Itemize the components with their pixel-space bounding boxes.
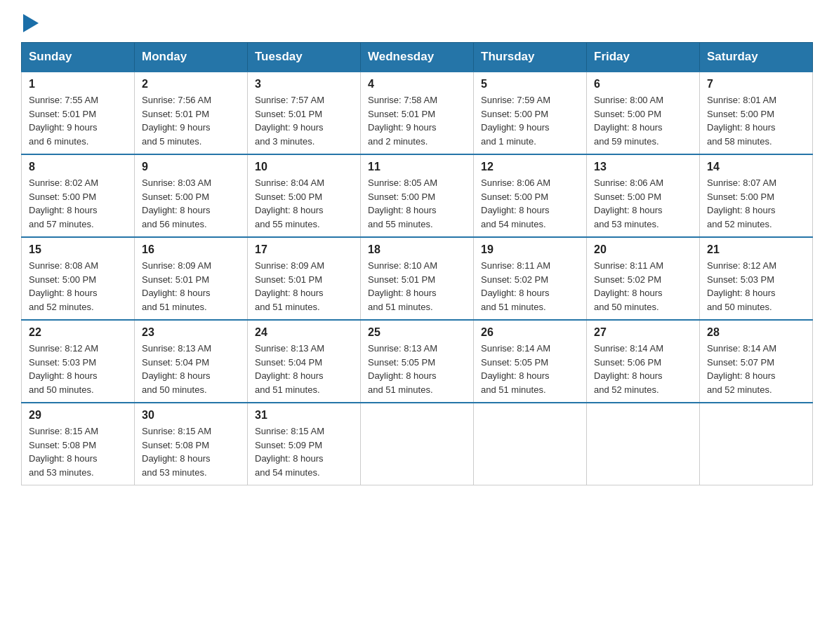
day-number: 28	[707, 326, 805, 339]
day-info: Sunrise: 7:55 AM Sunset: 5:01 PM Dayligh…	[29, 93, 127, 148]
calendar-cell: 22Sunrise: 8:12 AM Sunset: 5:03 PM Dayli…	[22, 320, 135, 403]
day-info: Sunrise: 8:00 AM Sunset: 5:00 PM Dayligh…	[594, 93, 692, 148]
day-info: Sunrise: 8:03 AM Sunset: 5:00 PM Dayligh…	[142, 176, 240, 231]
calendar-cell: 1Sunrise: 7:55 AM Sunset: 5:01 PM Daylig…	[22, 72, 135, 154]
day-info: Sunrise: 8:14 AM Sunset: 5:06 PM Dayligh…	[594, 342, 692, 396]
day-number: 11	[368, 161, 466, 173]
day-number: 7	[707, 78, 805, 90]
calendar-cell: 13Sunrise: 8:06 AM Sunset: 5:00 PM Dayli…	[587, 154, 700, 237]
day-header-wednesday: Wednesday	[361, 43, 474, 72]
day-number: 4	[368, 78, 466, 90]
day-number: 26	[481, 326, 579, 339]
calendar-cell: 10Sunrise: 8:04 AM Sunset: 5:00 PM Dayli…	[248, 154, 361, 237]
day-number: 13	[594, 161, 692, 173]
day-info: Sunrise: 8:15 AM Sunset: 5:08 PM Dayligh…	[29, 424, 127, 479]
calendar-cell: 4Sunrise: 7:58 AM Sunset: 5:01 PM Daylig…	[361, 72, 474, 154]
day-number: 5	[481, 78, 579, 90]
day-info: Sunrise: 8:15 AM Sunset: 5:08 PM Dayligh…	[142, 424, 240, 479]
logo-arrow-icon	[23, 14, 39, 32]
day-info: Sunrise: 8:09 AM Sunset: 5:01 PM Dayligh…	[142, 259, 240, 314]
day-header-friday: Friday	[587, 43, 700, 72]
day-info: Sunrise: 8:07 AM Sunset: 5:00 PM Dayligh…	[707, 176, 805, 231]
calendar-cell	[361, 403, 474, 485]
calendar-cell: 8Sunrise: 8:02 AM Sunset: 5:00 PM Daylig…	[22, 154, 135, 237]
day-number: 14	[707, 161, 805, 173]
day-number: 8	[29, 161, 127, 173]
day-number: 24	[255, 326, 353, 339]
day-info: Sunrise: 8:04 AM Sunset: 5:00 PM Dayligh…	[255, 176, 353, 231]
day-number: 23	[142, 326, 240, 339]
calendar-cell: 19Sunrise: 8:11 AM Sunset: 5:02 PM Dayli…	[474, 237, 587, 320]
calendar-header: SundayMondayTuesdayWednesdayThursdayFrid…	[22, 43, 813, 72]
day-info: Sunrise: 8:11 AM Sunset: 5:02 PM Dayligh…	[481, 259, 579, 314]
day-number: 30	[142, 409, 240, 422]
day-info: Sunrise: 8:06 AM Sunset: 5:00 PM Dayligh…	[594, 176, 692, 231]
day-info: Sunrise: 8:02 AM Sunset: 5:00 PM Dayligh…	[29, 176, 127, 231]
day-header-monday: Monday	[135, 43, 248, 72]
day-header-thursday: Thursday	[474, 43, 587, 72]
calendar-cell: 18Sunrise: 8:10 AM Sunset: 5:01 PM Dayli…	[361, 237, 474, 320]
day-number: 10	[255, 161, 353, 173]
header-row: SundayMondayTuesdayWednesdayThursdayFrid…	[22, 43, 813, 72]
day-number: 21	[707, 243, 805, 256]
calendar-cell: 31Sunrise: 8:15 AM Sunset: 5:09 PM Dayli…	[248, 403, 361, 485]
day-number: 31	[255, 409, 353, 422]
day-info: Sunrise: 7:59 AM Sunset: 5:00 PM Dayligh…	[481, 93, 579, 148]
calendar-cell: 20Sunrise: 8:11 AM Sunset: 5:02 PM Dayli…	[587, 237, 700, 320]
day-header-tuesday: Tuesday	[248, 43, 361, 72]
calendar-cell: 27Sunrise: 8:14 AM Sunset: 5:06 PM Dayli…	[587, 320, 700, 403]
day-info: Sunrise: 8:11 AM Sunset: 5:02 PM Dayligh…	[594, 259, 692, 314]
calendar-cell: 16Sunrise: 8:09 AM Sunset: 5:01 PM Dayli…	[135, 237, 248, 320]
calendar-cell: 11Sunrise: 8:05 AM Sunset: 5:00 PM Dayli…	[361, 154, 474, 237]
calendar-cell	[700, 403, 813, 485]
day-number: 19	[481, 243, 579, 256]
calendar-table: SundayMondayTuesdayWednesdayThursdayFrid…	[21, 42, 813, 485]
calendar-cell: 29Sunrise: 8:15 AM Sunset: 5:08 PM Dayli…	[22, 403, 135, 485]
day-info: Sunrise: 8:12 AM Sunset: 5:03 PM Dayligh…	[29, 342, 127, 396]
calendar-cell: 6Sunrise: 8:00 AM Sunset: 5:00 PM Daylig…	[587, 72, 700, 154]
day-number: 25	[368, 326, 466, 339]
day-number: 18	[368, 243, 466, 256]
calendar-cell: 5Sunrise: 7:59 AM Sunset: 5:00 PM Daylig…	[474, 72, 587, 154]
day-info: Sunrise: 7:56 AM Sunset: 5:01 PM Dayligh…	[142, 93, 240, 148]
calendar-cell: 2Sunrise: 7:56 AM Sunset: 5:01 PM Daylig…	[135, 72, 248, 154]
day-number: 17	[255, 243, 353, 256]
day-info: Sunrise: 8:09 AM Sunset: 5:01 PM Dayligh…	[255, 259, 353, 314]
page-header	[21, 14, 813, 28]
calendar-cell	[587, 403, 700, 485]
day-header-saturday: Saturday	[700, 43, 813, 72]
day-info: Sunrise: 8:10 AM Sunset: 5:01 PM Dayligh…	[368, 259, 466, 314]
logo	[21, 14, 39, 28]
week-row-4: 22Sunrise: 8:12 AM Sunset: 5:03 PM Dayli…	[22, 320, 813, 403]
calendar-cell: 7Sunrise: 8:01 AM Sunset: 5:00 PM Daylig…	[700, 72, 813, 154]
calendar-cell: 26Sunrise: 8:14 AM Sunset: 5:05 PM Dayli…	[474, 320, 587, 403]
calendar-cell: 9Sunrise: 8:03 AM Sunset: 5:00 PM Daylig…	[135, 154, 248, 237]
day-number: 1	[29, 78, 127, 90]
calendar-cell: 23Sunrise: 8:13 AM Sunset: 5:04 PM Dayli…	[135, 320, 248, 403]
day-number: 6	[594, 78, 692, 90]
svg-marker-0	[23, 14, 39, 32]
week-row-3: 15Sunrise: 8:08 AM Sunset: 5:00 PM Dayli…	[22, 237, 813, 320]
day-number: 9	[142, 161, 240, 173]
calendar-cell	[474, 403, 587, 485]
week-row-5: 29Sunrise: 8:15 AM Sunset: 5:08 PM Dayli…	[22, 403, 813, 485]
day-number: 12	[481, 161, 579, 173]
day-number: 3	[255, 78, 353, 90]
calendar-body: 1Sunrise: 7:55 AM Sunset: 5:01 PM Daylig…	[22, 72, 813, 485]
calendar-cell: 25Sunrise: 8:13 AM Sunset: 5:05 PM Dayli…	[361, 320, 474, 403]
day-number: 15	[29, 243, 127, 256]
day-info: Sunrise: 8:12 AM Sunset: 5:03 PM Dayligh…	[707, 259, 805, 314]
week-row-1: 1Sunrise: 7:55 AM Sunset: 5:01 PM Daylig…	[22, 72, 813, 154]
calendar-cell: 24Sunrise: 8:13 AM Sunset: 5:04 PM Dayli…	[248, 320, 361, 403]
day-number: 20	[594, 243, 692, 256]
day-info: Sunrise: 7:58 AM Sunset: 5:01 PM Dayligh…	[368, 93, 466, 148]
day-info: Sunrise: 7:57 AM Sunset: 5:01 PM Dayligh…	[255, 93, 353, 148]
calendar-cell: 3Sunrise: 7:57 AM Sunset: 5:01 PM Daylig…	[248, 72, 361, 154]
day-number: 27	[594, 326, 692, 339]
day-info: Sunrise: 8:13 AM Sunset: 5:04 PM Dayligh…	[142, 342, 240, 396]
day-info: Sunrise: 8:01 AM Sunset: 5:00 PM Dayligh…	[707, 93, 805, 148]
day-number: 2	[142, 78, 240, 90]
day-info: Sunrise: 8:15 AM Sunset: 5:09 PM Dayligh…	[255, 424, 353, 479]
day-header-sunday: Sunday	[22, 43, 135, 72]
calendar-cell: 15Sunrise: 8:08 AM Sunset: 5:00 PM Dayli…	[22, 237, 135, 320]
